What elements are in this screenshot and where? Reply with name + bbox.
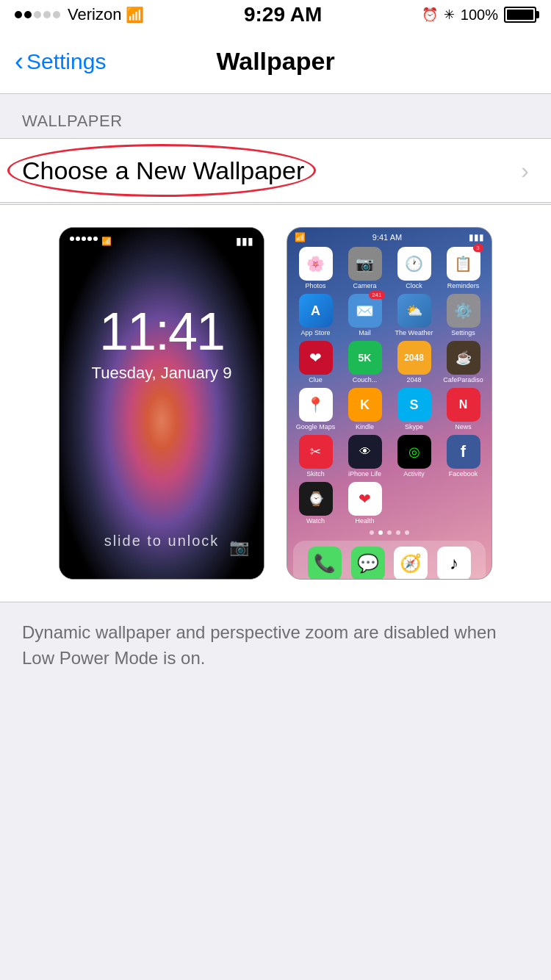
app-photos-label: Photos	[305, 282, 325, 289]
app-kindle-label: Kindle	[356, 423, 374, 430]
section-header-wallpaper: WALLPAPER	[0, 94, 551, 138]
carrier-label: Verizon	[68, 5, 121, 24]
app-camera-icon: 📷	[348, 247, 382, 281]
app-weather-icon: ⛅	[397, 294, 431, 328]
dock-messages-icon[interactable]: 💬	[351, 547, 385, 580]
app-couch5k[interactable]: 5K Couch...	[342, 341, 387, 383]
app-clock[interactable]: 🕐 Clock	[392, 247, 436, 289]
nav-bar: ‹ Settings Wallpaper	[0, 29, 551, 94]
wifi-icon: 📶	[126, 6, 144, 24]
app-camera[interactable]: 📷 Camera	[342, 247, 387, 289]
app-watch[interactable]: ⌚ Watch	[293, 482, 338, 525]
lock-screen-background	[60, 228, 264, 579]
app-appstore-label: App Store	[300, 329, 330, 336]
page-dot-2	[378, 530, 383, 535]
app-clue[interactable]: ❤ Clue	[293, 341, 338, 383]
status-bar: Verizon 📶 9:29 AM ⏰ ✳ 100%	[0, 0, 551, 29]
lock-status-bar: 📶 ▮▮▮	[60, 235, 264, 247]
lock-screen-preview[interactable]: 📶 ▮▮▮ 11:41 Tuesday, January 9 slide to …	[59, 227, 264, 580]
dock-phone-icon[interactable]: 📞	[308, 547, 342, 580]
dock-safari-icon[interactable]: 🧭	[394, 547, 428, 580]
app-clock-label: Clock	[406, 282, 422, 289]
lock-dot-2	[76, 237, 80, 241]
app-appstore-icon: A	[299, 294, 333, 328]
app-skitch[interactable]: ✂ Skitch	[293, 435, 338, 478]
app-skype-label: Skype	[405, 423, 423, 430]
home-dock: 📞 💬 🧭 ♪	[293, 541, 486, 580]
lock-dot-5	[93, 237, 98, 241]
mail-badge: 241	[369, 291, 384, 299]
battery-icon	[504, 7, 536, 23]
signal-dots	[15, 11, 60, 18]
app-2048-label: 2048	[406, 376, 421, 383]
app-settings-icon: ⚙️	[447, 294, 480, 328]
app-watch-icon: ⌚	[299, 482, 333, 516]
page-dots	[287, 527, 491, 538]
app-facebook-label: Facebook	[449, 470, 478, 478]
lock-dot-3	[82, 237, 86, 241]
reminders-badge: 3	[473, 244, 483, 252]
low-power-footnote: Dynamic wallpaper and perspective zoom a…	[0, 602, 551, 689]
back-button[interactable]: ‹ Settings	[15, 46, 106, 77]
signal-dot-3	[34, 11, 41, 18]
page-dot-1	[370, 530, 374, 535]
wallpaper-previews: 📶 ▮▮▮ 11:41 Tuesday, January 9 slide to …	[0, 204, 551, 602]
signal-dot-2	[24, 11, 32, 18]
app-couch5k-icon: 5K	[348, 341, 382, 375]
app-activity-label: Activity	[403, 470, 425, 478]
app-kindle[interactable]: K Kindle	[342, 388, 387, 430]
app-activity-icon: ◎	[397, 435, 431, 469]
app-clue-label: Clue	[309, 376, 323, 383]
app-skype[interactable]: S Skype	[392, 388, 436, 430]
app-health[interactable]: ❤ Health	[342, 482, 387, 525]
lock-dot-1	[70, 237, 74, 241]
app-settings-label: Settings	[451, 329, 475, 336]
app-cafeparadiso[interactable]: ☕ CafeParadiso	[441, 341, 486, 383]
choose-wallpaper-cell[interactable]: Choose a New Wallpaper ›	[0, 138, 551, 203]
bluetooth-icon: ✳	[444, 7, 455, 23]
app-weather[interactable]: ⛅ The Weather	[392, 294, 436, 336]
page-dot-5	[405, 530, 409, 535]
home-status-bar: 📶 9:41 AM ▮▮▮	[287, 228, 491, 244]
app-watch-label: Watch	[306, 517, 325, 525]
app-maps-label: Google Maps	[296, 423, 336, 430]
app-kindle-icon: K	[348, 388, 382, 422]
page-title: Wallpaper	[216, 47, 334, 76]
choose-wallpaper-label: Choose a New Wallpaper	[22, 156, 304, 185]
app-photos-icon: 🌸	[299, 247, 333, 281]
home-battery: ▮▮▮	[469, 232, 484, 242]
app-skype-icon: S	[397, 388, 431, 422]
app-mail-icon: ✉️ 241	[348, 294, 382, 328]
app-iphonelife[interactable]: 👁 iPhone Life	[342, 435, 387, 478]
app-couch5k-label: Couch...	[353, 376, 378, 383]
lock-camera-icon: 📷	[229, 538, 249, 557]
app-facebook[interactable]: f Facebook	[441, 435, 486, 478]
page-dot-4	[396, 530, 400, 535]
lock-time: 11:41	[60, 301, 264, 361]
app-settings[interactable]: ⚙️ Settings	[441, 294, 486, 336]
app-skitch-label: Skitch	[306, 470, 325, 478]
app-reminders[interactable]: 📋 3 Reminders	[441, 247, 486, 289]
lock-battery-icon: ▮▮▮	[236, 235, 253, 247]
app-maps[interactable]: 📍 Google Maps	[293, 388, 338, 430]
app-clue-icon: ❤	[299, 341, 333, 375]
app-news[interactable]: N News	[441, 388, 486, 430]
app-camera-label: Camera	[353, 282, 376, 289]
app-mail[interactable]: ✉️ 241 Mail	[342, 294, 387, 336]
alarm-icon: ⏰	[422, 7, 438, 23]
app-photos[interactable]: 🌸 Photos	[293, 247, 338, 289]
lock-dot-4	[87, 237, 92, 241]
app-activity[interactable]: ◎ Activity	[392, 435, 436, 478]
signal-dot-4	[43, 11, 51, 18]
app-clock-icon: 🕐	[397, 247, 431, 281]
app-appstore[interactable]: A App Store	[293, 294, 338, 336]
app-health-icon: ❤	[348, 482, 382, 516]
app-facebook-icon: f	[447, 435, 480, 469]
app-2048-icon: 2048	[397, 341, 431, 375]
lock-signal-dots: 📶	[70, 237, 112, 246]
home-time: 9:41 AM	[372, 233, 402, 242]
home-screen-preview[interactable]: 📶 9:41 AM ▮▮▮ 🌸 Photos 📷 Camera	[287, 227, 492, 580]
app-2048[interactable]: 2048 2048	[392, 341, 436, 383]
dock-music-icon[interactable]: ♪	[437, 547, 471, 580]
app-maps-icon: 📍	[299, 388, 333, 422]
